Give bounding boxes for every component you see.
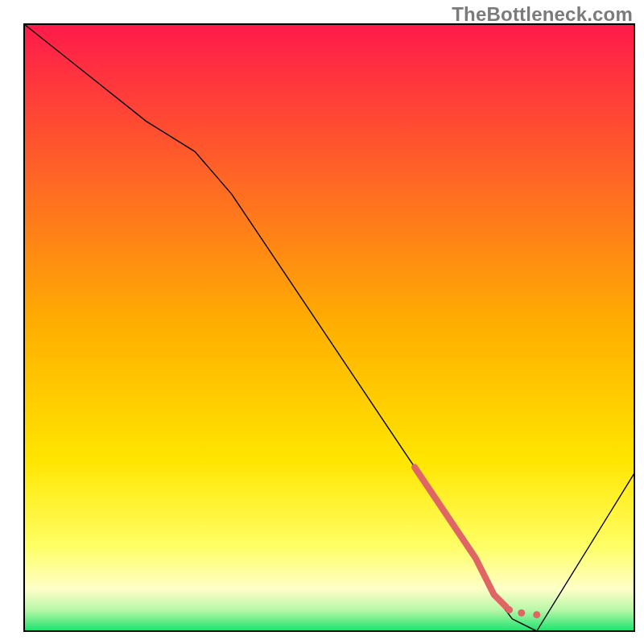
highlight-dot: [518, 609, 525, 617]
highlight-dot: [506, 606, 513, 613]
highlight-dot: [533, 611, 540, 618]
gradient-background: [24, 24, 634, 631]
chart-container: TheBottleneck.com: [0, 0, 644, 644]
bottleneck-chart: [0, 0, 644, 644]
